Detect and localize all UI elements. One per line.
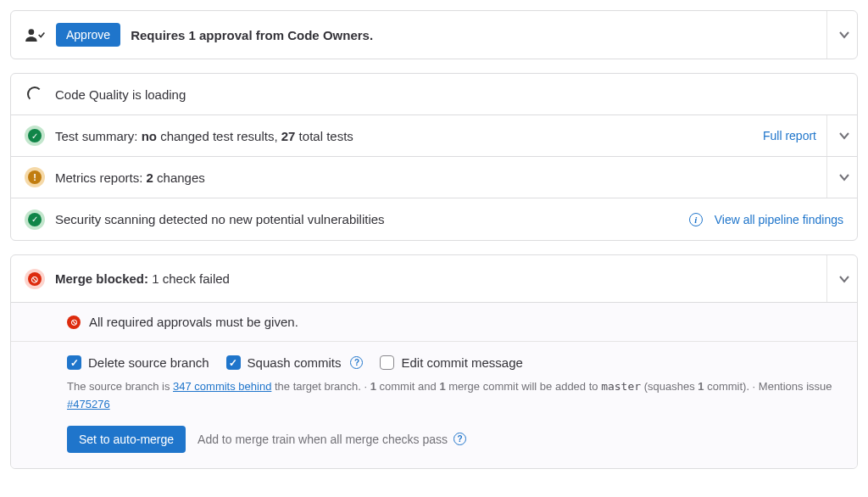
approve-button[interactable]: Approve (56, 23, 120, 47)
help-icon[interactable]: ? (453, 433, 466, 445)
reports-panel: Code Quality is loading ✓ Test summary: … (10, 73, 858, 241)
delete-branch-checkbox[interactable]: Delete source branch (67, 355, 209, 370)
approval-panel: Approve Requires 1 approval from Code Ow… (10, 10, 858, 59)
code-quality-row: Code Quality is loading (11, 74, 857, 115)
edit-commit-checkbox[interactable]: Edit commit message (380, 355, 522, 370)
spinner-icon (25, 84, 45, 104)
checkbox-checked-icon (226, 355, 241, 370)
success-icon: ✓ (25, 126, 45, 146)
test-summary-text: Test summary: no changed test results, 2… (55, 129, 753, 143)
issue-link[interactable]: #475276 (67, 398, 110, 410)
tests-expand-toggle[interactable] (826, 115, 857, 156)
merge-expand-toggle[interactable] (826, 255, 857, 302)
merge-blocked-row: ⦸ Merge blocked: 1 check failed (11, 255, 857, 303)
blocked-icon: ⦸ (25, 269, 45, 289)
view-findings-link[interactable]: View all pipeline findings (715, 213, 843, 226)
merge-options-block: Delete source branch Squash commits ? Ed… (11, 342, 857, 468)
test-summary-row: ✓ Test summary: no changed test results,… (11, 115, 857, 157)
security-text: Security scanning detected no new potent… (55, 212, 679, 226)
target-branch-code: master (601, 380, 641, 393)
commits-behind-link[interactable]: 347 commits behind (173, 380, 271, 393)
metrics-text: Metrics reports: 2 changes (55, 170, 816, 185)
approval-row: Approve Requires 1 approval from Code Ow… (11, 11, 857, 59)
approval-expand-toggle[interactable] (826, 11, 857, 59)
blocked-small-icon: ⦸ (67, 316, 81, 329)
metrics-expand-toggle[interactable] (826, 157, 857, 198)
squash-commits-checkbox[interactable]: Squash commits ? (226, 355, 364, 370)
approval-requirement-text: Requires 1 approval from Code Owners. (131, 28, 816, 42)
help-icon[interactable]: ? (350, 356, 363, 369)
checkbox-unchecked-icon (380, 355, 394, 370)
metrics-row: ! Metrics reports: 2 changes (11, 157, 857, 198)
warning-icon: ! (25, 167, 45, 187)
auto-merge-hint: Add to merge train when all merge checks… (198, 433, 466, 446)
merge-panel: ⦸ Merge blocked: 1 check failed ⦸ All re… (10, 254, 858, 469)
approvals-required-text: All required approvals must be given. (89, 315, 298, 329)
info-icon[interactable]: i (689, 213, 703, 226)
code-quality-text: Code Quality is loading (55, 87, 843, 102)
approver-icon (25, 27, 46, 42)
merge-details-section: ⦸ All required approvals must be given. … (11, 303, 857, 468)
svg-point-0 (29, 29, 35, 35)
merge-blocked-text: Merge blocked: 1 check failed (55, 271, 816, 286)
approvals-required-row: ⦸ All required approvals must be given. (11, 303, 857, 342)
success-icon: ✓ (25, 209, 45, 230)
security-row: ✓ Security scanning detected no new pote… (11, 198, 857, 240)
merge-helper-text: The source branch is 347 commits behind … (67, 378, 843, 414)
full-report-link[interactable]: Full report (763, 129, 816, 142)
auto-merge-button[interactable]: Set to auto-merge (67, 426, 186, 453)
checkbox-checked-icon (67, 355, 81, 370)
